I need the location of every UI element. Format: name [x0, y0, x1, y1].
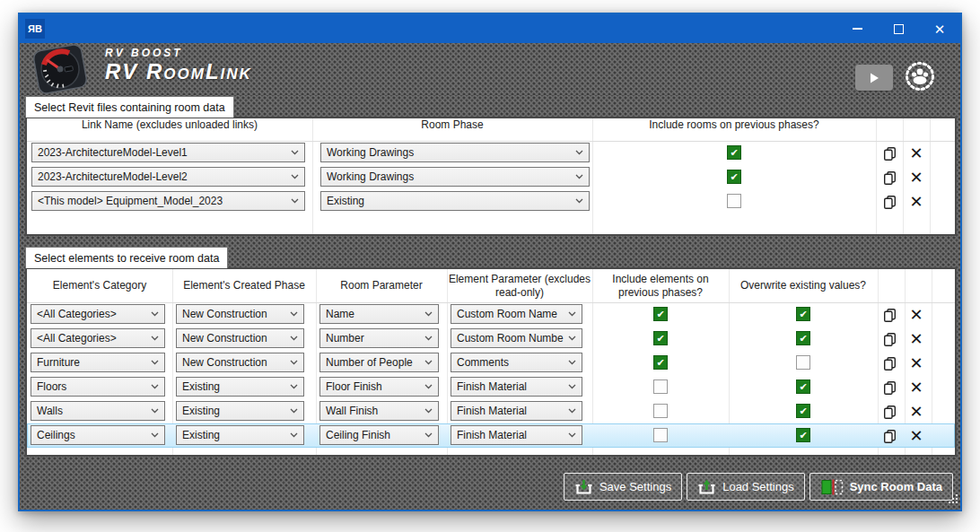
include-elements-checkbox[interactable]: ✔: [653, 379, 668, 394]
overwrite-values-checkbox[interactable]: ✔: [796, 404, 810, 418]
category-dropdown[interactable]: <All Categories>: [31, 304, 165, 324]
sync-room-data-button[interactable]: Sync Room Data: [809, 473, 953, 501]
element-parameter-dropdown[interactable]: Finish Material: [451, 425, 582, 445]
links-section-title: Select Revit files containing room data: [25, 96, 234, 118]
link-name-value: 2023-ArchitectureModel-Level1: [38, 146, 287, 159]
overwrite-values-checkbox[interactable]: ✔: [796, 379, 810, 394]
resize-grip[interactable]: [947, 492, 958, 508]
duplicate-row-button[interactable]: [879, 168, 899, 188]
room-phase-dropdown[interactable]: Existing: [320, 191, 590, 211]
include-elements-checkbox[interactable]: ✔: [653, 331, 668, 345]
column-header-overwrite: Overwrite existing values?: [729, 269, 878, 302]
chevron-down-icon: [568, 408, 576, 414]
delete-row-button[interactable]: ✕: [906, 192, 926, 212]
chevron-down-icon: [424, 408, 433, 414]
delete-row-button[interactable]: ✕: [906, 305, 926, 325]
delete-row-button[interactable]: ✕: [906, 144, 926, 163]
delete-icon: ✕: [909, 331, 923, 347]
delete-row-button[interactable]: ✕: [906, 329, 926, 349]
overwrite-values-checkbox[interactable]: ✔: [796, 331, 810, 345]
created-phase-dropdown[interactable]: New Construction: [176, 353, 304, 372]
overwrite-values-checkbox[interactable]: ✔: [796, 307, 810, 321]
chevron-down-icon: [290, 384, 298, 389]
include-rooms-checkbox[interactable]: ✔: [727, 170, 741, 184]
link-name-dropdown[interactable]: 2023-ArchitectureModel-Level2: [31, 167, 305, 187]
window-controls: ✕: [836, 14, 960, 43]
room-parameter-dropdown[interactable]: Number: [319, 328, 439, 348]
delete-icon: ✕: [909, 404, 923, 420]
room-parameter-dropdown[interactable]: Name: [319, 304, 439, 324]
duplicate-row-button[interactable]: [879, 402, 899, 422]
category-dropdown[interactable]: Walls: [31, 401, 165, 421]
include-elements-checkbox[interactable]: ✔: [653, 355, 668, 370]
include-elements-checkbox[interactable]: ✔: [653, 428, 668, 442]
column-header-room-parameter: Room Parameter: [316, 269, 447, 302]
brand-name-large: RV RoomLink: [105, 59, 252, 84]
chevron-down-icon: [151, 336, 159, 341]
include-elements-checkbox[interactable]: ✔: [653, 404, 668, 418]
duplicate-row-button[interactable]: [879, 329, 899, 349]
category-value: <All Categories>: [37, 332, 147, 344]
maximize-button[interactable]: [878, 14, 919, 43]
room-parameter-value: Number of People: [326, 356, 421, 369]
save-settings-label: Save Settings: [599, 480, 671, 493]
category-dropdown[interactable]: Ceilings: [31, 425, 165, 445]
category-dropdown[interactable]: Furniture: [31, 353, 165, 372]
element-parameter-dropdown[interactable]: Custom Room Name: [451, 304, 582, 324]
created-phase-dropdown[interactable]: New Construction: [176, 328, 304, 348]
category-dropdown[interactable]: <All Categories>: [31, 328, 165, 348]
elements-table-row: Furniture New Construction Number of Peo…: [27, 351, 955, 375]
close-button[interactable]: ✕: [919, 14, 960, 43]
duplicate-row-button[interactable]: [879, 426, 899, 446]
room-parameter-dropdown[interactable]: Ceiling Finish: [319, 425, 439, 445]
room-parameter-dropdown[interactable]: Wall Finish: [319, 401, 439, 421]
room-parameter-dropdown[interactable]: Floor Finish: [319, 377, 439, 397]
link-name-dropdown[interactable]: <This model> Equipment_Model_2023: [31, 191, 305, 211]
copy-icon: [883, 332, 897, 347]
element-parameter-dropdown[interactable]: Finish Material: [451, 377, 582, 397]
room-phase-dropdown[interactable]: Working Drawings: [320, 167, 590, 187]
category-dropdown[interactable]: Floors: [31, 377, 165, 397]
delete-row-button[interactable]: ✕: [906, 168, 926, 188]
delete-row-button[interactable]: ✕: [906, 378, 926, 397]
room-phase-dropdown[interactable]: Working Drawings: [320, 143, 590, 162]
elements-panel: Element's Category Element's Created Pha…: [25, 267, 957, 457]
created-phase-dropdown[interactable]: New Construction: [176, 304, 304, 324]
chevron-down-icon: [291, 174, 299, 179]
created-phase-dropdown[interactable]: Existing: [176, 425, 304, 445]
app-window: ЯB ✕: [18, 13, 962, 511]
duplicate-row-button[interactable]: [879, 144, 899, 163]
include-elements-checkbox[interactable]: ✔: [653, 307, 668, 321]
brand-block: RV BOOST RV RoomLink: [105, 47, 252, 84]
overwrite-values-checkbox[interactable]: ✔: [796, 428, 810, 442]
elements-section-title: Select elements to receive room data: [25, 247, 228, 268]
minimize-button[interactable]: [836, 14, 878, 43]
gauge-logo: [24, 44, 96, 94]
duplicate-row-button[interactable]: [879, 192, 899, 212]
duplicate-row-button[interactable]: [879, 305, 899, 325]
element-parameter-dropdown[interactable]: Finish Material: [451, 401, 582, 421]
community-button[interactable]: [903, 59, 937, 93]
delete-row-button[interactable]: ✕: [906, 353, 926, 373]
delete-row-button[interactable]: ✕: [906, 426, 926, 446]
footer-button-bar: Save Settings Load Settings Sync Room Da…: [564, 473, 953, 501]
overwrite-values-checkbox[interactable]: ✔: [796, 355, 810, 370]
created-phase-dropdown[interactable]: Existing: [176, 377, 304, 397]
load-settings-button[interactable]: Load Settings: [687, 473, 805, 501]
room-parameter-dropdown[interactable]: Number of People: [319, 353, 439, 372]
room-phase-value: Working Drawings: [327, 146, 572, 159]
app-root: ЯB ✕: [0, 0, 980, 532]
delete-row-button[interactable]: ✕: [906, 402, 926, 422]
created-phase-dropdown[interactable]: Existing: [176, 401, 304, 421]
save-settings-button[interactable]: Save Settings: [564, 473, 682, 501]
duplicate-row-button[interactable]: [879, 353, 899, 373]
chevron-down-icon: [151, 408, 159, 414]
video-play-button[interactable]: [855, 65, 893, 91]
include-rooms-checkbox[interactable]: ✔: [727, 145, 741, 160]
link-name-dropdown[interactable]: 2023-ArchitectureModel-Level1: [31, 143, 305, 162]
element-parameter-dropdown[interactable]: Comments: [451, 353, 582, 372]
chevron-down-icon: [575, 198, 583, 204]
duplicate-row-button[interactable]: [879, 378, 899, 397]
include-rooms-checkbox[interactable]: ✔: [727, 194, 741, 208]
element-parameter-dropdown[interactable]: Custom Room Numbe: [451, 328, 582, 348]
